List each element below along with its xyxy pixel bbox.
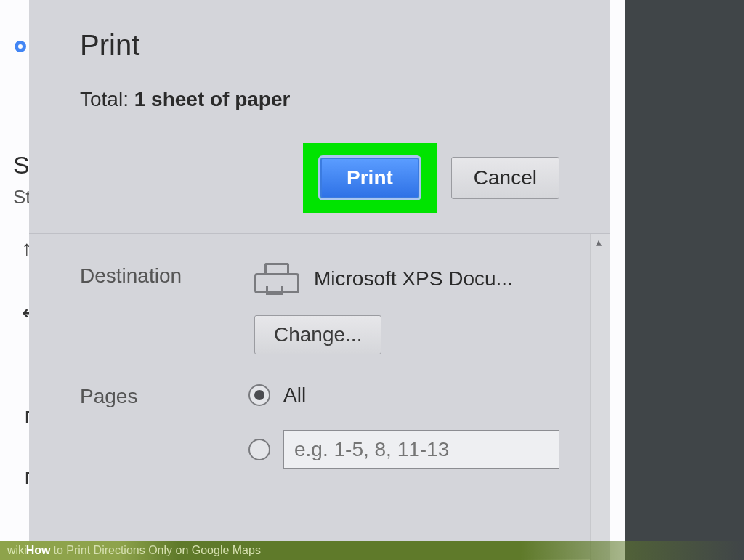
total-summary: Total: 1 sheet of paper xyxy=(80,88,559,111)
dialog-header: Print Total: 1 sheet of paper Print Canc… xyxy=(29,0,610,234)
scrollbar[interactable]: ▴ xyxy=(590,234,610,560)
pages-options: All xyxy=(248,384,559,492)
printer-icon xyxy=(254,263,295,295)
pages-row: Pages All xyxy=(80,384,559,492)
highlight-box: Print xyxy=(303,143,437,213)
print-dialog: Print Total: 1 sheet of paper Print Canc… xyxy=(29,0,610,559)
radio-all[interactable] xyxy=(248,384,270,406)
total-count: 1 sheet of paper xyxy=(134,88,291,110)
dialog-title: Print xyxy=(80,29,559,62)
destination-line: Microsoft XPS Docu... xyxy=(254,263,559,295)
pages-range-input[interactable] xyxy=(283,430,559,469)
radio-range[interactable] xyxy=(248,439,270,460)
logo-circle-icon xyxy=(15,41,26,52)
total-prefix: Total: xyxy=(80,88,134,110)
pages-range-option[interactable] xyxy=(248,430,559,469)
footer-rest: to Print Directions Only on Google Maps xyxy=(53,544,260,557)
change-destination-button[interactable]: Change... xyxy=(254,315,381,354)
dialog-body: ▴ Destination Microsoft XPS Docu... Chan… xyxy=(29,234,610,522)
destination-row: Destination Microsoft XPS Docu... Change… xyxy=(80,263,559,354)
cancel-button[interactable]: Cancel xyxy=(451,157,559,199)
footer-how: How xyxy=(26,544,51,557)
destination-label: Destination xyxy=(80,263,254,354)
footer-caption: wikiHow to Print Directions Only on Goog… xyxy=(0,541,744,560)
pages-all-label: All xyxy=(283,384,306,407)
footer-wiki: wiki xyxy=(7,544,27,557)
destination-value-col: Microsoft XPS Docu... Change... xyxy=(254,263,559,354)
print-button[interactable]: Print xyxy=(320,158,419,198)
scroll-up-icon[interactable]: ▴ xyxy=(596,235,602,249)
pages-label: Pages xyxy=(80,384,248,492)
destination-name: Microsoft XPS Docu... xyxy=(314,267,513,291)
button-row: Print Cancel xyxy=(80,143,559,213)
pages-all-option[interactable]: All xyxy=(248,384,559,407)
